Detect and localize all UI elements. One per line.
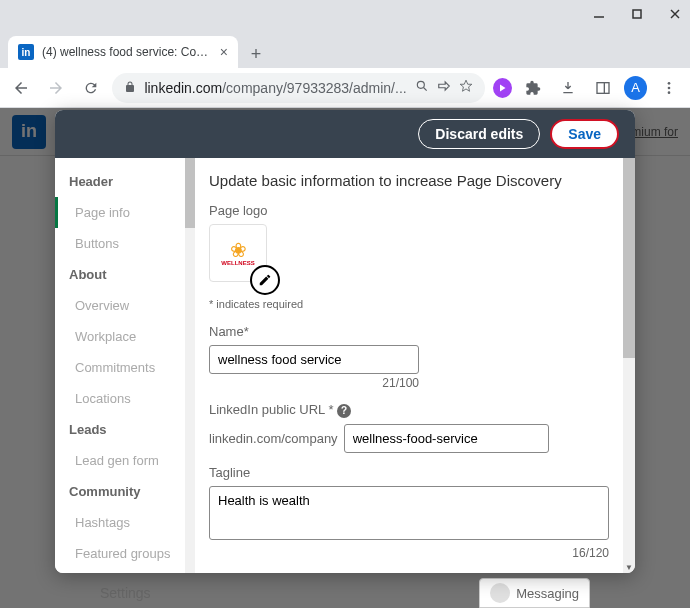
new-tab-button[interactable]: + [242,40,270,68]
name-counter: 21/100 [209,376,419,390]
edit-logo-button[interactable] [250,265,280,295]
sidebar-item-hashtags[interactable]: Hashtags [55,507,185,538]
sidebar-item-commitments[interactable]: Commitments [55,352,185,383]
svg-point-10 [667,91,670,94]
sidebar-item-page-info[interactable]: Page info [55,197,185,228]
page-logo-preview: ❀ WELLNESS [209,224,267,282]
messaging-label: Messaging [516,586,579,601]
sidebar-item-lead-gen[interactable]: Lead gen form [55,445,185,476]
sidebar-section-about: About [55,259,185,290]
messaging-drawer[interactable]: Messaging [479,578,590,608]
page-bottom-bar: Settings Messaging [0,578,690,608]
edit-page-modal: Discard edits Save Header Page info Butt… [55,110,635,573]
tagline-input[interactable]: Health is wealth [209,486,609,540]
window-titlebar [0,0,690,32]
messaging-avatar-icon [490,583,510,603]
reload-button[interactable] [78,74,105,102]
forward-button[interactable] [43,74,70,102]
bookmark-star-icon[interactable] [459,79,473,96]
help-icon[interactable]: ? [337,404,351,418]
content-heading: Update basic information to increase Pag… [209,172,611,189]
browser-toolbar: linkedin.com/company/97933283/admin/... … [0,68,690,108]
lotus-icon: ❀ [221,240,254,260]
logo-brand-text: WELLNESS [221,260,254,266]
side-panel-icon[interactable] [589,74,616,102]
content-scrollbar[interactable] [623,158,635,573]
tagline-counter: 16/120 [209,546,609,560]
sidebar-section-header: Header [55,166,185,197]
lock-icon [124,80,136,96]
tab-close-icon[interactable]: × [220,44,228,60]
minimize-icon[interactable] [592,7,606,25]
url-prefix: linkedin.com/company [209,431,338,446]
modal-header: Discard edits Save [55,110,635,158]
address-bar[interactable]: linkedin.com/company/97933283/admin/... [112,73,484,103]
sidebar-item-buttons[interactable]: Buttons [55,228,185,259]
svg-rect-1 [633,10,641,18]
back-button[interactable] [8,74,35,102]
page-logo-label: Page logo [209,203,611,218]
search-in-page-icon[interactable] [415,79,429,96]
url-input[interactable] [344,424,549,453]
browser-tab[interactable]: in (4) wellness food service: Compa × [8,36,238,68]
kebab-menu-icon[interactable] [655,74,682,102]
profile-avatar[interactable]: A [624,76,647,100]
browser-tabbar: in (4) wellness food service: Compa × + [0,32,690,68]
tagline-label: Tagline [209,465,611,480]
modal-sidebar: Header Page info Buttons About Overview … [55,158,185,573]
svg-point-4 [417,81,424,88]
required-indicator-note: * indicates required [209,298,611,310]
sidebar-item-workplace[interactable]: Workplace [55,321,185,352]
extensions-puzzle-icon[interactable] [520,74,547,102]
url-label: LinkedIn public URL * ? [209,402,611,418]
modal-content: ▼ Update basic information to increase P… [185,158,635,573]
name-input[interactable] [209,345,419,374]
url-text: linkedin.com/company/97933283/admin/... [144,80,406,96]
linkedin-favicon-icon: in [18,44,34,60]
extension-play-icon[interactable] [493,78,512,98]
name-label: Name* [209,324,611,339]
sidebar-item-locations[interactable]: Locations [55,383,185,414]
save-button[interactable]: Save [550,119,619,149]
close-icon[interactable] [668,7,682,25]
discard-button[interactable]: Discard edits [418,119,540,149]
sidebar-item-overview[interactable]: Overview [55,290,185,321]
svg-point-8 [667,82,670,85]
svg-line-5 [423,88,426,91]
settings-link[interactable]: Settings [100,585,151,601]
maximize-icon[interactable] [630,7,644,25]
tab-title: (4) wellness food service: Compa [42,45,212,59]
svg-point-9 [667,86,670,89]
sidebar-item-featured-groups[interactable]: Featured groups [55,538,185,569]
sidebar-section-community: Community [55,476,185,507]
pencil-icon [258,273,272,287]
svg-rect-6 [597,82,609,93]
sidebar-section-leads: Leads [55,414,185,445]
share-icon[interactable] [437,79,451,96]
downloads-icon[interactable] [555,74,582,102]
